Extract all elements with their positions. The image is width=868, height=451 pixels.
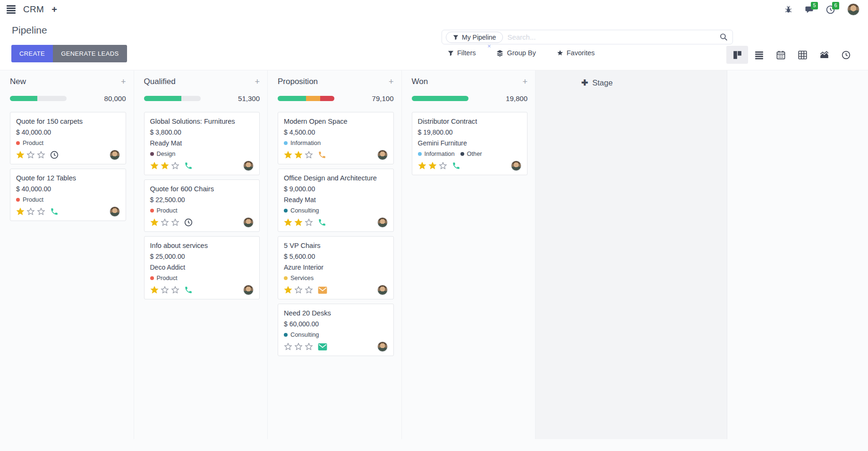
search-facet-my-pipeline[interactable]: My Pipeline [446,32,503,43]
star-empty-icon[interactable] [305,342,313,351]
star-empty-icon[interactable] [439,162,447,170]
star-empty-icon[interactable] [284,342,292,351]
add-stage-column: ✚ Stage [536,70,727,439]
salesperson-avatar[interactable] [243,161,254,171]
star-filled-icon[interactable] [150,218,159,227]
activities-clock-icon[interactable]: 6 [826,5,835,14]
add-record-plus-icon[interactable]: + [522,77,528,86]
kanban-card[interactable]: Quote for 12 Tables $ 40,000.00 Product [10,169,126,221]
column-progressbar[interactable] [10,96,67,101]
view-calendar-button[interactable] [770,46,791,64]
star-empty-icon[interactable] [37,151,45,159]
salesperson-avatar[interactable] [110,206,120,217]
star-filled-icon[interactable] [428,162,437,170]
star-empty-icon[interactable] [305,286,313,294]
star-empty-icon[interactable] [26,151,35,159]
star-filled-icon[interactable] [150,162,159,170]
kanban-board: New + 80,000 Quote for 150 carpets $ 40,… [0,70,868,451]
activity-phone-icon[interactable] [318,151,326,159]
star-empty-icon[interactable] [294,286,303,294]
add-record-plus-icon[interactable]: + [389,77,394,86]
view-activity-button[interactable] [835,46,857,64]
star-empty-icon[interactable] [26,207,35,216]
add-record-plus-icon[interactable]: + [121,77,126,86]
generate-leads-button[interactable]: GENERATE LEADS [53,45,127,62]
kanban-card[interactable]: Quote for 600 Chairs $ 22,500.00 Product [144,179,260,232]
user-avatar[interactable] [847,3,859,16]
star-empty-icon[interactable] [171,286,179,294]
kanban-card[interactable]: Distributor Contract $ 19,800.00 Gemini … [412,112,528,175]
activity-clock-icon[interactable] [184,218,193,227]
progress-segment [320,96,334,101]
star-filled-icon[interactable] [150,286,159,294]
view-pivot-button[interactable] [791,46,813,64]
salesperson-avatar[interactable] [511,161,521,171]
messages-icon[interactable]: 5 [805,5,814,14]
apps-menu-icon[interactable] [7,5,16,14]
star-empty-icon[interactable] [161,218,169,227]
view-list-button[interactable] [748,46,770,64]
kanban-card[interactable]: Quote for 150 carpets $ 40,000.00 Produc… [10,112,126,164]
card-title: Quote for 12 Tables [16,174,120,182]
column-progressbar[interactable] [278,96,334,101]
star-filled-icon[interactable] [418,162,426,170]
kanban-card[interactable]: Office Design and Architecture $ 9,000.0… [278,169,394,232]
star-filled-icon[interactable] [16,151,25,159]
activity-clock-icon[interactable] [50,151,59,159]
star-filled-icon[interactable] [284,151,292,159]
activity-phone-icon[interactable] [452,162,460,170]
activity-phone-icon[interactable] [50,207,59,216]
salesperson-avatar[interactable] [377,150,388,160]
group-by-button[interactable]: Group By [496,49,536,57]
kanban-card[interactable]: Need 20 Desks $ 60,000.00 Consulting [278,304,394,356]
star-filled-icon[interactable] [294,218,303,227]
star-filled-icon[interactable] [284,218,292,227]
favorites-label: Favorites [567,49,595,57]
debug-bug-icon[interactable] [784,6,792,14]
filters-button[interactable]: Filters [448,49,476,57]
activity-phone-icon[interactable] [318,218,326,227]
salesperson-avatar[interactable] [377,217,388,228]
search-icon[interactable] [720,33,728,41]
card-partner: Gemini Furniture [418,139,522,147]
salesperson-avatar[interactable] [377,341,388,352]
star-filled-icon[interactable] [161,162,169,170]
star-filled-icon[interactable] [16,207,25,216]
activity-envelope-icon[interactable] [318,343,327,350]
column-progressbar[interactable] [412,96,468,101]
star-filled-icon[interactable] [284,286,292,294]
salesperson-avatar[interactable] [377,285,388,295]
kanban-card[interactable]: Modern Open Space $ 4,500.00 Information [278,112,394,164]
progress-segment [412,96,468,101]
kanban-card[interactable]: Info about services $ 25,000.00 Deco Add… [144,236,260,299]
star-empty-icon[interactable] [294,342,303,351]
activity-phone-icon[interactable] [184,162,193,170]
view-graph-button[interactable] [813,46,835,64]
favorites-button[interactable]: Favorites [557,49,595,57]
star-empty-icon[interactable] [171,162,179,170]
star-empty-icon[interactable] [305,151,313,159]
card-partner: Deco Addict [150,264,254,272]
add-stage-button[interactable]: ✚ Stage [581,78,613,88]
salesperson-avatar[interactable] [243,217,254,228]
new-window-plus-icon[interactable]: + [51,4,57,15]
salesperson-avatar[interactable] [243,285,254,295]
app-name[interactable]: CRM [23,4,44,15]
star-empty-icon[interactable] [161,286,169,294]
activity-envelope-icon[interactable] [318,287,327,294]
view-kanban-button[interactable] [726,46,748,64]
star-empty-icon[interactable] [37,207,45,216]
kanban-card[interactable]: Global Solutions: Furnitures $ 3,800.00 … [144,112,260,175]
salesperson-avatar[interactable] [110,150,120,160]
star-empty-icon[interactable] [305,218,313,227]
search-bar[interactable]: My Pipeline × [442,30,733,44]
create-button[interactable]: CREATE [11,45,53,62]
star-empty-icon[interactable] [171,218,179,227]
activity-phone-icon[interactable] [184,286,193,294]
search-input[interactable] [507,33,720,41]
star-filled-icon[interactable] [294,151,303,159]
add-record-plus-icon[interactable]: + [255,77,260,86]
kanban-card[interactable]: 5 VP Chairs $ 5,600.00 Azure Interior Se… [278,236,394,299]
column-progressbar[interactable] [144,96,201,101]
facet-remove-icon[interactable]: × [487,43,491,50]
